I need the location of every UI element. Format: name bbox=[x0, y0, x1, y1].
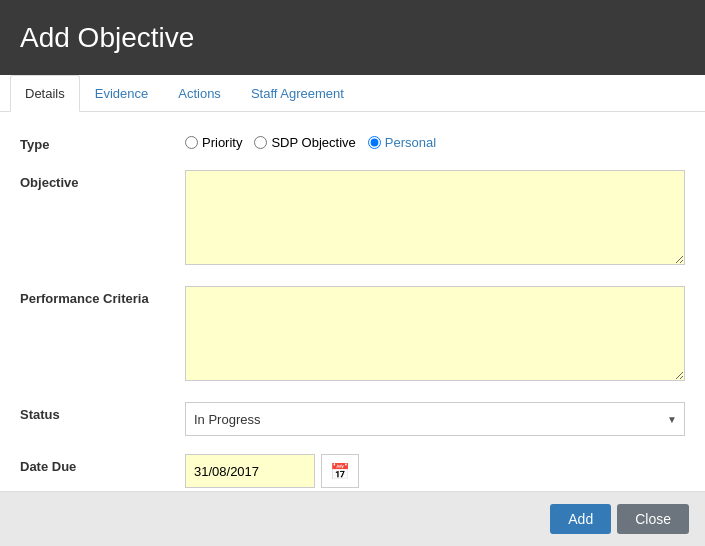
status-select[interactable]: In Progress Completed Not Started Cancel… bbox=[185, 402, 685, 436]
type-control: Priority SDP Objective Personal bbox=[185, 132, 685, 150]
objective-textarea[interactable] bbox=[185, 170, 685, 265]
radio-personal-option[interactable]: Personal bbox=[368, 135, 436, 150]
radio-priority-option[interactable]: Priority bbox=[185, 135, 242, 150]
tab-details[interactable]: Details bbox=[10, 75, 80, 112]
date-due-row: Date Due 📅 bbox=[20, 454, 685, 488]
objective-label: Objective bbox=[20, 170, 185, 190]
add-button[interactable]: Add bbox=[550, 504, 611, 534]
date-row: 📅 bbox=[185, 454, 685, 488]
radio-group: Priority SDP Objective Personal bbox=[185, 132, 685, 150]
radio-sdp-option[interactable]: SDP Objective bbox=[254, 135, 355, 150]
page-title: Add Objective bbox=[20, 22, 194, 54]
objective-control bbox=[185, 170, 685, 268]
calendar-icon: 📅 bbox=[330, 462, 350, 481]
objective-row: Objective bbox=[20, 170, 685, 268]
type-row: Type Priority SDP Objective Personal bbox=[20, 132, 685, 152]
tab-evidence[interactable]: Evidence bbox=[80, 75, 163, 112]
performance-criteria-row: Performance Criteria bbox=[20, 286, 685, 384]
date-due-control: 📅 bbox=[185, 454, 685, 488]
radio-sdp-label: SDP Objective bbox=[271, 135, 355, 150]
tab-staff-agreement[interactable]: Staff Agreement bbox=[236, 75, 359, 112]
radio-priority[interactable] bbox=[185, 136, 198, 149]
performance-criteria-label: Performance Criteria bbox=[20, 286, 185, 306]
type-label: Type bbox=[20, 132, 185, 152]
performance-criteria-control bbox=[185, 286, 685, 384]
status-row: Status In Progress Completed Not Started… bbox=[20, 402, 685, 436]
tab-actions[interactable]: Actions bbox=[163, 75, 236, 112]
radio-personal[interactable] bbox=[368, 136, 381, 149]
form-area: Type Priority SDP Objective Personal bbox=[0, 112, 705, 521]
date-due-label: Date Due bbox=[20, 454, 185, 474]
tabs-bar: Details Evidence Actions Staff Agreement bbox=[0, 75, 705, 112]
radio-personal-label: Personal bbox=[385, 135, 436, 150]
header: Add Objective bbox=[0, 0, 705, 75]
performance-criteria-textarea[interactable] bbox=[185, 286, 685, 381]
footer: Add Close bbox=[0, 491, 705, 546]
status-select-wrapper: In Progress Completed Not Started Cancel… bbox=[185, 402, 685, 436]
date-due-input[interactable] bbox=[185, 454, 315, 488]
calendar-button[interactable]: 📅 bbox=[321, 454, 359, 488]
status-label: Status bbox=[20, 402, 185, 422]
main-content: Details Evidence Actions Staff Agreement… bbox=[0, 75, 705, 521]
status-control: In Progress Completed Not Started Cancel… bbox=[185, 402, 685, 436]
close-button[interactable]: Close bbox=[617, 504, 689, 534]
radio-priority-label: Priority bbox=[202, 135, 242, 150]
radio-sdp[interactable] bbox=[254, 136, 267, 149]
